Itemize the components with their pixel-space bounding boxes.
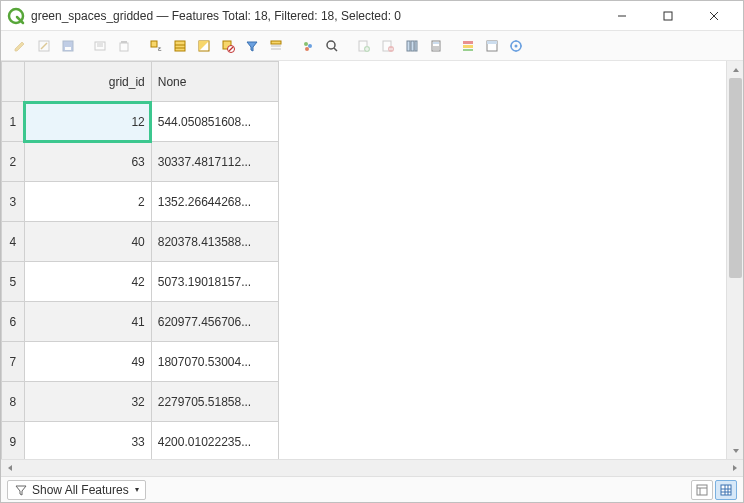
scroll-up-icon[interactable] xyxy=(727,61,743,78)
svg-text:ε: ε xyxy=(158,44,162,53)
conditional-format-icon[interactable] xyxy=(457,35,479,57)
svg-rect-24 xyxy=(271,48,281,50)
pencil-icon[interactable] xyxy=(9,35,31,57)
scroll-thumb[interactable] xyxy=(729,78,742,278)
svg-point-26 xyxy=(308,44,312,48)
cell-value[interactable]: 1352.26644268... xyxy=(151,182,278,222)
svg-point-44 xyxy=(437,46,439,48)
cell-grid-id[interactable]: 33 xyxy=(24,422,151,460)
svg-rect-22 xyxy=(271,41,281,44)
row-header[interactable]: 4 xyxy=(2,222,25,262)
row-header[interactable]: 3 xyxy=(2,182,25,222)
table-row[interactable]: 26330337.4817112... xyxy=(2,142,279,182)
table-row[interactable]: 321352.26644268... xyxy=(2,182,279,222)
table-row[interactable]: 9334200.01022235... xyxy=(2,422,279,460)
cell-grid-id[interactable]: 49 xyxy=(24,342,151,382)
cell-grid-id[interactable]: 40 xyxy=(24,222,151,262)
svg-rect-2 xyxy=(664,12,672,20)
cell-value[interactable]: 544.050851608... xyxy=(151,102,278,142)
window-title: green_spaces_gridded — Features Total: 1… xyxy=(31,9,401,23)
svg-rect-23 xyxy=(271,45,281,47)
table-row[interactable]: 112544.050851608... xyxy=(2,102,279,142)
svg-point-54 xyxy=(515,44,518,47)
cell-grid-id[interactable]: 2 xyxy=(24,182,151,222)
vertical-scrollbar[interactable] xyxy=(726,61,743,459)
field-calculator-icon[interactable] xyxy=(425,35,447,57)
cell-grid-id[interactable]: 32 xyxy=(24,382,151,422)
svg-point-42 xyxy=(433,46,435,48)
cell-grid-id[interactable]: 12 xyxy=(24,102,151,142)
svg-rect-48 xyxy=(463,41,473,44)
row-header[interactable]: 7 xyxy=(2,342,25,382)
row-header[interactable]: 5 xyxy=(2,262,25,302)
titlebar: green_spaces_gridded — Features Total: 1… xyxy=(1,1,743,31)
svg-rect-38 xyxy=(411,41,414,51)
invert-selection-icon[interactable] xyxy=(193,35,215,57)
svg-rect-49 xyxy=(463,45,473,48)
move-top-icon[interactable] xyxy=(265,35,287,57)
select-all-icon[interactable] xyxy=(169,35,191,57)
cell-grid-id[interactable]: 42 xyxy=(24,262,151,302)
corner-cell[interactable] xyxy=(2,62,25,102)
svg-point-43 xyxy=(435,46,437,48)
add-feature-icon[interactable] xyxy=(89,35,111,57)
form-view-button[interactable] xyxy=(691,480,713,500)
dock-icon[interactable] xyxy=(481,35,503,57)
scroll-left-icon[interactable] xyxy=(1,460,18,477)
delete-field-icon[interactable] xyxy=(377,35,399,57)
row-header[interactable]: 9 xyxy=(2,422,25,460)
cell-grid-id[interactable]: 41 xyxy=(24,302,151,342)
maximize-button[interactable] xyxy=(645,1,691,31)
svg-rect-50 xyxy=(463,49,473,51)
qgis-icon xyxy=(7,7,25,25)
filter-icon xyxy=(14,483,28,497)
scroll-right-icon[interactable] xyxy=(726,460,743,477)
select-expression-icon[interactable]: ε xyxy=(145,35,167,57)
table-area: grid_id None 112544.050851608...26330337… xyxy=(1,61,743,459)
row-header[interactable]: 1 xyxy=(2,102,25,142)
close-button[interactable] xyxy=(691,1,737,31)
empty-area xyxy=(364,61,727,459)
minimize-button[interactable] xyxy=(599,1,645,31)
window-controls xyxy=(599,1,737,31)
svg-point-47 xyxy=(437,48,439,50)
row-header[interactable]: 2 xyxy=(2,142,25,182)
delete-selected-icon[interactable] xyxy=(113,35,135,57)
table-row[interactable]: 8322279705.51858... xyxy=(2,382,279,422)
save-edits-icon[interactable] xyxy=(57,35,79,57)
scroll-down-icon[interactable] xyxy=(727,442,743,459)
cell-value[interactable]: 4200.01022235... xyxy=(151,422,278,460)
table-row[interactable]: 7491807070.53004... xyxy=(2,342,279,382)
filter-icon[interactable] xyxy=(241,35,263,57)
cell-value[interactable]: 30337.4817112... xyxy=(151,142,278,182)
new-field-icon[interactable] xyxy=(353,35,375,57)
column-header-none[interactable]: None xyxy=(151,62,278,102)
organize-columns-icon[interactable] xyxy=(401,35,423,57)
deselect-all-icon[interactable] xyxy=(217,35,239,57)
zoom-to-icon[interactable] xyxy=(321,35,343,57)
table-row[interactable]: 440820378.413588... xyxy=(2,222,279,262)
attribute-table[interactable]: grid_id None 112544.050851608...26330337… xyxy=(1,61,279,459)
cell-value[interactable]: 5073.19018157... xyxy=(151,262,278,302)
horizontal-scrollbar[interactable] xyxy=(1,459,743,476)
svg-line-29 xyxy=(334,48,337,51)
svg-rect-13 xyxy=(151,41,157,47)
table-view-button[interactable] xyxy=(715,480,737,500)
toggle-edit-icon[interactable] xyxy=(33,35,55,57)
svg-point-45 xyxy=(433,48,435,50)
row-header[interactable]: 6 xyxy=(2,302,25,342)
pan-to-icon[interactable] xyxy=(297,35,319,57)
actions-icon[interactable] xyxy=(505,35,527,57)
cell-grid-id[interactable]: 63 xyxy=(24,142,151,182)
row-header[interactable]: 8 xyxy=(2,382,25,422)
table-row[interactable]: 641620977.456706... xyxy=(2,302,279,342)
svg-rect-39 xyxy=(415,41,417,51)
show-all-label: Show All Features xyxy=(32,483,129,497)
column-header-grid-id[interactable]: grid_id xyxy=(24,62,151,102)
table-row[interactable]: 5425073.19018157... xyxy=(2,262,279,302)
show-all-features-button[interactable]: Show All Features ▾ xyxy=(7,480,146,500)
cell-value[interactable]: 2279705.51858... xyxy=(151,382,278,422)
cell-value[interactable]: 620977.456706... xyxy=(151,302,278,342)
cell-value[interactable]: 1807070.53004... xyxy=(151,342,278,382)
cell-value[interactable]: 820378.413588... xyxy=(151,222,278,262)
